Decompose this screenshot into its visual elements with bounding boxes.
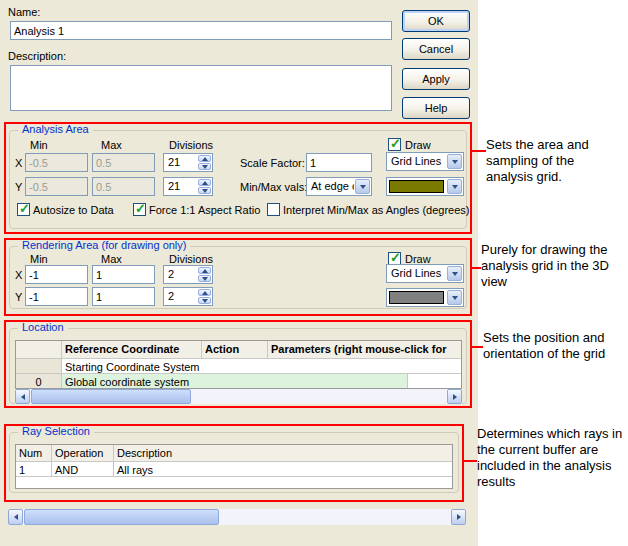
location-hscrollbar[interactable] xyxy=(15,389,462,404)
row-number-cell xyxy=(16,359,62,373)
rendering-x-max-input[interactable] xyxy=(92,265,155,284)
arrow-left-icon xyxy=(21,394,25,400)
rendering-grid-color-picker[interactable] xyxy=(386,288,464,307)
scroll-track[interactable] xyxy=(23,509,451,525)
analysis-y-max-input xyxy=(92,177,155,196)
color-swatch xyxy=(389,291,444,304)
apply-button[interactable]: Apply xyxy=(402,68,470,90)
description-header[interactable]: Description xyxy=(114,445,452,461)
num-cell[interactable]: 1 xyxy=(16,462,52,476)
analysis-x-max-input xyxy=(92,153,155,172)
spin-up-button[interactable] xyxy=(198,267,211,274)
rendering-x-min-input[interactable] xyxy=(25,265,88,284)
spin-up-button[interactable] xyxy=(198,155,211,162)
analysis-draw-checkbox[interactable] xyxy=(388,138,401,151)
location-table: Reference Coordinate Action Parameters (… xyxy=(15,340,462,389)
description-textarea[interactable] xyxy=(10,65,392,111)
analysis-grid-style-combo[interactable]: Grid Lines xyxy=(386,152,464,171)
scroll-track[interactable] xyxy=(30,389,447,404)
arrow-down-icon xyxy=(202,277,208,281)
operation-cell[interactable]: AND xyxy=(52,462,114,476)
dropdown-button[interactable] xyxy=(447,266,462,281)
analysis-y-divisions-spinner[interactable]: 21 xyxy=(163,177,213,196)
spin-down-button[interactable] xyxy=(198,297,211,304)
scroll-right-button[interactable] xyxy=(451,509,466,525)
rendering-y-max-input[interactable] xyxy=(92,287,155,306)
dropdown-button[interactable] xyxy=(447,154,462,169)
dropdown-button[interactable] xyxy=(447,179,462,194)
description-cell[interactable]: All rays xyxy=(114,462,452,476)
arrow-up-icon xyxy=(202,269,208,273)
screenshot-canvas: Name: OK Cancel Description: Apply Help … xyxy=(0,0,628,546)
rendering-x-divisions-spinner[interactable]: 2 xyxy=(163,265,213,284)
analysis-x-label: X xyxy=(15,157,22,169)
spinner-buttons xyxy=(197,154,212,171)
analysis-max-header: Max xyxy=(101,139,122,151)
name-input[interactable] xyxy=(10,21,392,40)
spin-down-button[interactable] xyxy=(198,187,211,194)
scale-factor-input[interactable] xyxy=(306,153,372,172)
description-label: Description: xyxy=(8,50,66,62)
cancel-button[interactable]: Cancel xyxy=(402,38,470,60)
autosize-checkbox[interactable] xyxy=(17,203,30,216)
rendering-y-divisions-spinner[interactable]: 2 xyxy=(163,287,213,306)
arrow-down-icon xyxy=(202,189,208,193)
scroll-right-button[interactable] xyxy=(447,389,462,404)
autosize-label: Autosize to Data xyxy=(33,204,114,216)
corner-header-cell xyxy=(16,341,62,358)
dropdown-button[interactable] xyxy=(355,179,370,194)
reference-coordinate-header[interactable]: Reference Coordinate xyxy=(62,341,202,358)
table-row[interactable]: Starting Coordinate System xyxy=(16,359,461,374)
spin-up-button[interactable] xyxy=(198,289,211,296)
spinner-value: 2 xyxy=(164,266,197,283)
operation-header[interactable]: Operation xyxy=(52,445,114,461)
combo-value: Grid Lines xyxy=(387,153,446,170)
row-number-cell: 0 xyxy=(16,374,62,389)
aspect-ratio-checkbox[interactable] xyxy=(133,203,146,216)
rendering-grid-style-combo[interactable]: Grid Lines xyxy=(386,264,464,283)
minmax-vals-combo[interactable]: At edge of xyxy=(306,177,372,196)
spinner-buttons xyxy=(197,266,212,283)
arrow-up-icon xyxy=(202,291,208,295)
table-row[interactable]: 1 AND All rays xyxy=(16,462,452,477)
spin-up-button[interactable] xyxy=(198,179,211,186)
chevron-down-icon xyxy=(452,272,458,276)
analysis-y-label: Y xyxy=(15,181,22,193)
parameters-header[interactable]: Parameters (right mouse-click for xyxy=(268,341,461,358)
rendering-max-header: Max xyxy=(101,253,122,265)
spin-down-button[interactable] xyxy=(198,275,211,282)
scroll-thumb[interactable] xyxy=(31,389,191,404)
name-label: Name: xyxy=(8,6,40,18)
spin-down-button[interactable] xyxy=(198,163,211,170)
num-header[interactable]: Num xyxy=(16,445,52,461)
annotation-location: Sets the position and orientation of the… xyxy=(483,330,611,362)
scroll-left-button[interactable] xyxy=(8,509,23,525)
arrow-right-icon xyxy=(457,514,461,520)
location-title: Location xyxy=(18,321,68,333)
ok-button[interactable]: OK xyxy=(402,10,470,32)
dialog-hscrollbar[interactable] xyxy=(8,509,466,525)
minmax-vals-label: Min/Max vals: xyxy=(240,181,307,193)
table-row[interactable]: 0 Global coordinate system xyxy=(16,374,461,389)
action-header[interactable]: Action xyxy=(202,341,268,358)
scroll-thumb[interactable] xyxy=(24,509,219,525)
reference-coordinate-cell[interactable]: Global coordinate system xyxy=(62,374,408,389)
analysis-draw-label: Draw xyxy=(405,139,431,151)
analysis-divisions-header: Divisions xyxy=(169,139,213,151)
color-swatch xyxy=(389,180,444,193)
chevron-down-icon xyxy=(452,160,458,164)
callout-line-1 xyxy=(470,150,486,152)
reference-coordinate-cell[interactable]: Starting Coordinate System xyxy=(62,359,461,373)
rendering-divisions-header: Divisions xyxy=(169,253,213,265)
dropdown-button[interactable] xyxy=(447,290,462,305)
analysis-x-divisions-spinner[interactable]: 21 xyxy=(163,153,213,172)
spinner-value: 21 xyxy=(164,154,197,171)
analysis-min-header: Min xyxy=(30,139,48,151)
help-button[interactable]: Help xyxy=(402,97,470,119)
arrow-left-icon xyxy=(14,514,18,520)
combo-value: Grid Lines xyxy=(387,265,446,282)
scroll-left-button[interactable] xyxy=(15,389,30,404)
analysis-grid-color-picker[interactable] xyxy=(386,177,464,196)
interpret-angles-checkbox[interactable] xyxy=(267,203,280,216)
rendering-y-min-input[interactable] xyxy=(25,287,88,306)
